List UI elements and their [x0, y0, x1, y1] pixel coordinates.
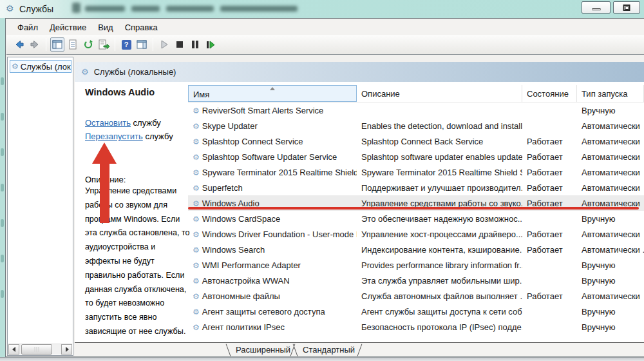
- services-console-screenshot: ⚙ Службы Файл Действие Вид Справка: [0, 0, 644, 361]
- taskpad-content: Windows Audio Остановить службу Перезапу…: [75, 82, 644, 342]
- menu-action[interactable]: Действие: [44, 21, 92, 34]
- taskpad-header-label: Службы (локальные): [94, 67, 176, 77]
- service-name-cell: ⚙Superfetch: [188, 183, 357, 193]
- service-name-cell: ⚙Skype Updater: [188, 121, 357, 131]
- app-gear-icon: ⚙: [6, 3, 14, 14]
- stop-service-icon[interactable]: [173, 37, 187, 52]
- blurred-background-text: [85, 6, 125, 12]
- table-row[interactable]: ⚙ReviverSoft Smart Alerts Service Вручну…: [188, 102, 644, 118]
- show-console-tree-icon[interactable]: [50, 37, 64, 52]
- column-header-startup-type[interactable]: Тип запуска: [577, 85, 644, 102]
- tab-edge: [293, 344, 298, 356]
- service-gear-icon: ⚙: [193, 246, 200, 255]
- services-gear-icon: ⚙: [12, 62, 19, 71]
- restore-button[interactable]: [613, 1, 640, 14]
- background-edge: [1, 219, 4, 227]
- service-startup-type-cell: Вручную: [577, 322, 644, 332]
- background-edge: [1, 290, 4, 298]
- properties-icon[interactable]: [66, 37, 80, 52]
- service-gear-icon: ⚙: [193, 106, 200, 115]
- table-row[interactable]: ⚙Spyware Terminator 2015 Realtime Shield…: [188, 164, 644, 180]
- minimize-icon: [592, 8, 600, 10]
- service-startup-type-cell: Автоматически: [577, 291, 644, 301]
- tab-extended[interactable]: Расширенный: [236, 345, 290, 355]
- service-name-cell: ⚙ReviverSoft Smart Alerts Service: [188, 106, 357, 115]
- restart-service-link[interactable]: Перезапустить: [85, 132, 143, 141]
- table-row[interactable]: ⚙WMI Performance Adapter Provides perfor…: [188, 257, 644, 273]
- service-startup-type-cell: Автоматически: [577, 152, 644, 162]
- service-startup-type-cell: Вручную: [577, 106, 644, 115]
- table-row[interactable]: ⚙Windows Driver Foundation - User-mode D…: [188, 226, 644, 242]
- blurred-background-text: [220, 6, 298, 12]
- service-gear-icon: ⚙: [193, 168, 200, 177]
- help-icon[interactable]: ?: [119, 37, 133, 52]
- refresh-icon[interactable]: [81, 37, 95, 52]
- back-icon[interactable]: [12, 37, 26, 52]
- service-status-cell: Работает: [522, 245, 577, 255]
- tree-horizontal-scrollbar[interactable]: [8, 344, 72, 355]
- tree-item-label: Службы (лока: [21, 62, 71, 72]
- column-header-status[interactable]: Состояние: [522, 85, 577, 102]
- service-startup-type-cell: Автоматически: [577, 121, 644, 131]
- menu-help[interactable]: Справка: [119, 21, 164, 34]
- show-action-pane-icon[interactable]: [135, 37, 149, 52]
- stop-service-link[interactable]: Остановить: [85, 118, 131, 128]
- toolbar-separator: [153, 38, 153, 51]
- right-arrow-icon: [66, 347, 69, 352]
- service-name-cell: ⚙Автонастройка WWAN: [188, 276, 357, 286]
- table-row[interactable]: ⚙Windows Search Индексирование контента,…: [188, 242, 644, 257]
- menu-bar: Файл Действие Вид Справка: [6, 19, 644, 35]
- tab-standard[interactable]: Стандартный: [303, 345, 355, 355]
- view-tab-bar: Расширенный Стандартный: [75, 342, 644, 356]
- table-row[interactable]: ⚙Skype Updater Enables the detection, do…: [188, 118, 644, 133]
- service-name-cell: ⚙Агент политики IPsec: [188, 322, 357, 332]
- service-description-cell: Управление хост-процессами драйверо...: [357, 229, 522, 239]
- service-gear-icon: ⚙: [193, 323, 200, 332]
- table-row[interactable]: ⚙Автономные файлы Служба автономных файл…: [188, 288, 644, 304]
- table-row[interactable]: ⚙Windows CardSpace Это обеспечивает наде…: [188, 211, 644, 226]
- grip-icon: [35, 347, 39, 352]
- menu-file[interactable]: Файл: [12, 21, 44, 34]
- background-edge: [1, 184, 4, 191]
- annotation-arrow-head: [92, 142, 117, 164]
- scroll-right-button[interactable]: [61, 344, 72, 355]
- selected-service-name: Windows Audio: [85, 87, 193, 97]
- service-startup-type-cell: Вручную: [577, 307, 644, 317]
- service-startup-type-cell: Автоматически: [577, 137, 644, 146]
- service-gear-icon: ⚙: [193, 277, 200, 286]
- table-row[interactable]: ⚙Агент политики IPsec Безопасность прото…: [188, 319, 644, 335]
- restart-service-line: Перезапустить службу: [85, 132, 193, 141]
- table-row[interactable]: ⚙Splashtop Connect Service Splashtop Con…: [188, 133, 644, 149]
- column-header-name[interactable]: Имя: [188, 85, 357, 102]
- service-description-cell: Enables the detection, download and inst…: [357, 121, 522, 131]
- service-gear-icon: ⚙: [193, 184, 200, 193]
- table-row[interactable]: ⚙Автонастройка WWAN Эта служба управляет…: [188, 273, 644, 288]
- service-startup-type-cell: Вручную: [577, 260, 644, 270]
- toolbar-separator: [46, 38, 46, 51]
- table-row[interactable]: ⚙Superfetch Поддерживает и улучшает прои…: [188, 180, 644, 195]
- scrollbar-thumb[interactable]: [21, 344, 52, 355]
- service-name-cell: ⚙Splashtop Connect Service: [188, 137, 357, 146]
- blurred-background-text: [131, 6, 160, 12]
- column-header-description[interactable]: Описание: [357, 85, 522, 102]
- start-service-icon[interactable]: [157, 37, 171, 52]
- background-edge: [1, 148, 4, 156]
- service-gear-icon: ⚙: [193, 292, 200, 301]
- restart-service-icon[interactable]: [204, 37, 218, 52]
- scroll-left-button[interactable]: [8, 344, 19, 355]
- service-name-cell: ⚙Windows CardSpace: [188, 214, 357, 224]
- minimize-button[interactable]: [582, 1, 611, 14]
- title-bar: ⚙ Службы: [0, 0, 644, 18]
- menu-view[interactable]: Вид: [92, 21, 119, 34]
- services-gear-icon: ⚙: [81, 67, 89, 77]
- service-gear-icon: ⚙: [193, 153, 200, 162]
- table-row[interactable]: ⚙Splashtop Software Updater Service Spla…: [188, 149, 644, 164]
- service-description-cell: Поддерживает и улучшает производител...: [357, 183, 522, 193]
- service-rows: ⚙ReviverSoft Smart Alerts Service Вручну…: [188, 102, 644, 342]
- tree-item-services-local[interactable]: ⚙ Службы (лока: [10, 60, 71, 73]
- forward-icon[interactable]: [28, 37, 42, 52]
- service-description-cell: Splashtop Connect Back Service: [357, 137, 522, 146]
- table-row[interactable]: ⚙Агент защиты сетевого доступа Агент слу…: [188, 304, 644, 319]
- export-list-icon[interactable]: [97, 37, 111, 52]
- pause-service-icon[interactable]: [188, 37, 202, 52]
